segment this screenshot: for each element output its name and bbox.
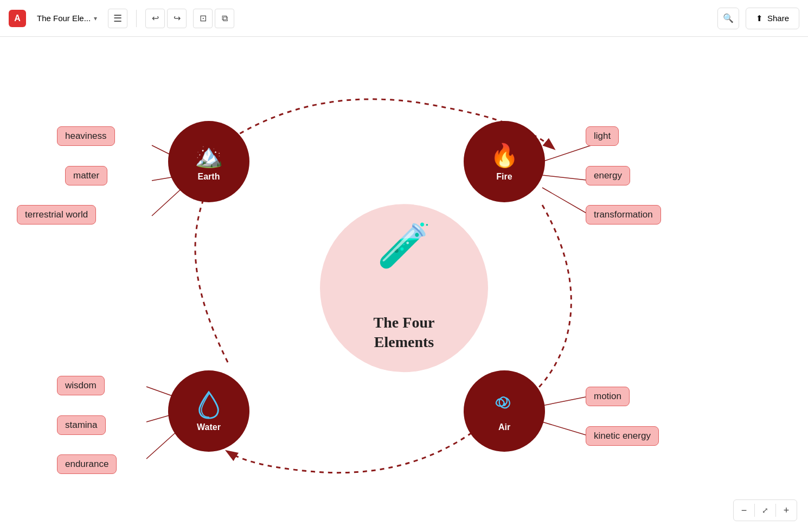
zoom-fit-button[interactable]: ⤢ xyxy=(755,500,775,521)
water-circle: Water xyxy=(168,370,249,452)
chevron-down-icon: ▾ xyxy=(94,15,97,22)
menu-button[interactable]: ☰ xyxy=(108,9,127,28)
svg-line-2 xyxy=(152,186,184,216)
undo-button[interactable]: ↩ xyxy=(145,9,165,28)
fire-label: Fire xyxy=(496,172,512,182)
fire-circle: 🔥 Fire xyxy=(464,121,545,202)
divider xyxy=(136,10,137,27)
water-tag-2: stamina xyxy=(57,415,106,435)
earth-tag-1: heaviness xyxy=(57,126,115,146)
air-spiral-icon xyxy=(490,390,519,419)
menu-icon: ☰ xyxy=(113,12,122,24)
svg-line-3 xyxy=(542,145,591,162)
water-tag-1: wisdom xyxy=(57,376,105,395)
tool1-icon: ⊡ xyxy=(200,13,207,23)
tool-group: ⊡ ⧉ xyxy=(193,9,234,28)
central-elements-icon: 🧪 xyxy=(377,220,431,271)
earth-tag-2: matter xyxy=(65,166,107,185)
share-button[interactable]: ⬆ Share xyxy=(746,8,799,29)
tool1-button[interactable]: ⊡ xyxy=(193,9,213,28)
zoom-out-button[interactable]: − xyxy=(734,500,754,521)
water-tag-3: endurance xyxy=(57,454,117,474)
fire-icon: 🔥 xyxy=(490,142,518,169)
share-icon: ⬆ xyxy=(756,14,763,23)
undo-icon: ↩ xyxy=(152,13,159,23)
topbar: A The Four Ele... ▾ ☰ ↩ ↪ ⊡ ⧉ 🔍 ⬆ Share xyxy=(0,0,808,37)
central-circle: 🧪 The Four Elements xyxy=(320,204,488,372)
fire-tag-1: light xyxy=(586,126,619,146)
svg-line-4 xyxy=(542,175,591,181)
share-label: Share xyxy=(767,14,789,23)
doc-title: The Four Ele... xyxy=(37,14,91,23)
earth-label: Earth xyxy=(198,172,220,182)
search-button[interactable]: 🔍 xyxy=(717,8,739,29)
tool2-button[interactable]: ⧉ xyxy=(215,9,234,28)
svg-point-11 xyxy=(503,403,505,406)
undo-redo-group: ↩ ↪ xyxy=(145,9,187,28)
water-label: Water xyxy=(197,422,221,432)
water-drop-icon xyxy=(196,390,222,419)
zoom-controls: − ⤢ + xyxy=(733,499,797,521)
redo-button[interactable]: ↪ xyxy=(167,9,187,28)
air-tag-1: motion xyxy=(586,387,630,406)
earth-circle: 🏔️ Earth xyxy=(168,121,249,202)
canvas: 🧪 The Four Elements 🏔️ Earth heaviness m… xyxy=(0,37,808,532)
app-icon: A xyxy=(9,10,26,27)
tool2-icon: ⧉ xyxy=(222,14,228,23)
fire-tag-2: energy xyxy=(586,166,630,185)
central-title: The Four Elements xyxy=(374,313,435,352)
earth-tag-3: terrestrial world xyxy=(17,205,96,225)
air-tag-2: kinetic energy xyxy=(586,426,659,446)
zoom-in-button[interactable]: + xyxy=(776,500,797,521)
title-button[interactable]: The Four Ele... ▾ xyxy=(33,11,101,25)
redo-icon: ↪ xyxy=(174,13,181,23)
air-label: Air xyxy=(498,422,510,432)
earth-icon: 🏔️ xyxy=(195,142,223,169)
search-icon: 🔍 xyxy=(723,13,734,23)
fire-tag-3: transformation xyxy=(586,205,661,225)
air-circle: Air xyxy=(464,370,545,452)
svg-line-5 xyxy=(542,188,591,216)
